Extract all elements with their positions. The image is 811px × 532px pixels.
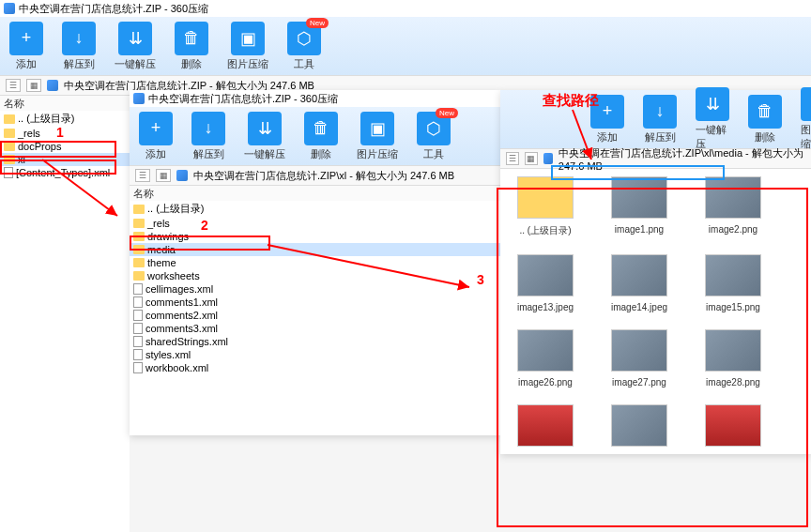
folder-icon — [4, 129, 15, 138]
delete-icon: 🗑 — [304, 112, 338, 145]
tree-item-theme[interactable]: theme — [130, 256, 500, 269]
tree-item-comments2[interactable]: comments2.xml — [130, 309, 500, 322]
tree-item-rels[interactable]: _rels — [130, 217, 500, 230]
file-icon — [133, 310, 143, 321]
file-icon — [133, 336, 143, 347]
imgcompress-button[interactable]: ▣图片压缩 — [801, 87, 811, 151]
view-grid-button[interactable]: ▦ — [525, 152, 538, 165]
delete-button[interactable]: 🗑删除 — [748, 95, 782, 144]
view-grid-button[interactable]: ▦ — [26, 79, 41, 92]
extract-button[interactable]: ↓解压到 — [191, 112, 225, 161]
app-icon — [4, 3, 15, 14]
window-middle: 中央空调在营门店信息统计.ZIP - 360压缩 +添加 ↓解压到 ⇊一键解压 … — [130, 90, 500, 435]
folder-icon — [133, 258, 145, 267]
app-icon — [133, 93, 145, 104]
folder-icon — [4, 114, 15, 124]
delete-button[interactable]: 🗑删除 — [175, 22, 208, 71]
file-icon — [133, 296, 143, 308]
tree-item-comments3[interactable]: comments3.xml — [130, 322, 500, 335]
extract-icon: ↓ — [191, 112, 225, 145]
extract-icon: ↓ — [643, 95, 677, 129]
highlight-box-3 — [497, 188, 808, 527]
tree-item-worksheets[interactable]: worksheets — [130, 269, 500, 282]
add-icon: + — [139, 112, 173, 145]
zip-icon — [47, 80, 58, 91]
new-badge: New — [436, 108, 458, 118]
view-list-button[interactable]: ☰ — [6, 79, 21, 92]
add-button[interactable]: +添加 — [9, 22, 43, 71]
annotation-3: 3 — [477, 272, 484, 287]
tree-item-rels[interactable]: _rels — [0, 127, 130, 140]
image-icon: ▣ — [231, 22, 265, 55]
tree-item-up[interactable]: .. (上级目录) — [130, 201, 500, 217]
oneclick-icon: ⇊ — [696, 87, 729, 121]
toolbar-2: +添加 ↓解压到 ⇊一键解压 🗑删除 ▣图片压缩 New⬡工具 — [130, 107, 500, 165]
annotation-1: 1 — [56, 125, 64, 140]
view-list-button[interactable]: ☰ — [135, 169, 150, 182]
annotation-find-path: 查找路径 — [543, 92, 599, 110]
file-icon — [133, 349, 143, 360]
delete-button[interactable]: 🗑删除 — [304, 112, 338, 161]
delete-icon: 🗑 — [175, 22, 208, 55]
extract-button[interactable]: ↓解压到 — [643, 95, 677, 144]
zip-icon — [176, 170, 188, 181]
add-icon: + — [9, 22, 43, 55]
image-icon: ▣ — [801, 87, 811, 121]
extract-button[interactable]: ↓解压到 — [62, 22, 96, 71]
titlebar-2: 中央空调在营门店信息统计.ZIP - 360压缩 — [130, 90, 500, 107]
zip-icon — [543, 153, 553, 164]
title-1: 中央空调在营门店信息统计.ZIP - 360压缩 — [19, 2, 208, 16]
folder-icon — [133, 205, 145, 214]
view-list-button[interactable]: ☰ — [506, 152, 519, 165]
add-button[interactable]: +添加 — [139, 112, 173, 161]
annotation-2: 2 — [201, 218, 208, 233]
tools-button[interactable]: New⬡工具 — [417, 112, 451, 161]
oneclick-button[interactable]: ⇊一键解压 — [244, 112, 285, 161]
file-icon — [133, 323, 143, 334]
tree-item-cellimages[interactable]: cellimages.xml — [130, 282, 500, 296]
highlight-box-1b — [0, 160, 116, 175]
folder-icon — [133, 219, 145, 228]
imgcompress-button[interactable]: ▣图片压缩 — [227, 22, 268, 71]
tree-item-workbook[interactable]: workbook.xml — [130, 361, 500, 374]
toolbar-1: +添加 ↓解压到 ⇊一键解压 🗑删除 ▣图片压缩 New⬡工具 — [0, 17, 811, 75]
folder-icon — [133, 271, 145, 281]
title-2: 中央空调在营门店信息统计.ZIP - 360压缩 — [148, 92, 338, 106]
file-icon — [133, 283, 143, 295]
delete-icon: 🗑 — [748, 95, 782, 129]
file-icon — [133, 362, 143, 373]
oneclick-icon: ⇊ — [118, 22, 152, 55]
tools-button[interactable]: New⬡工具 — [287, 22, 321, 71]
oneclick-icon: ⇊ — [248, 112, 282, 145]
extract-icon: ↓ — [62, 22, 96, 55]
oneclick-button[interactable]: ⇊一键解压 — [115, 22, 156, 71]
new-badge: New — [306, 18, 329, 28]
highlight-box-path — [551, 165, 725, 180]
titlebar-1: 中央空调在营门店信息统计.ZIP - 360压缩 — [0, 0, 811, 17]
tree-item-up[interactable]: .. (上级目录) — [0, 111, 130, 127]
tree-item-styles[interactable]: styles.xml — [130, 348, 500, 361]
highlight-box-2 — [130, 236, 270, 251]
view-grid-button[interactable]: ▦ — [156, 169, 171, 182]
highlight-box-1 — [0, 141, 116, 158]
image-icon: ▣ — [360, 112, 394, 145]
column-header-name: 名称 — [130, 186, 500, 201]
tree-item-sharedstrings[interactable]: sharedStrings.xml — [130, 335, 500, 348]
oneclick-button[interactable]: ⇊一键解压 — [696, 87, 729, 151]
breadcrumb-2: ☰ ▦ 中央空调在营门店信息统计.ZIP\xl - 解包大小为 247.6 MB — [130, 165, 500, 186]
breadcrumb-path-2: 中央空调在营门店信息统计.ZIP\xl - 解包大小为 247.6 MB — [193, 169, 454, 183]
tree-item-comments1[interactable]: comments1.xml — [130, 296, 500, 309]
imgcompress-button[interactable]: ▣图片压缩 — [357, 112, 398, 161]
